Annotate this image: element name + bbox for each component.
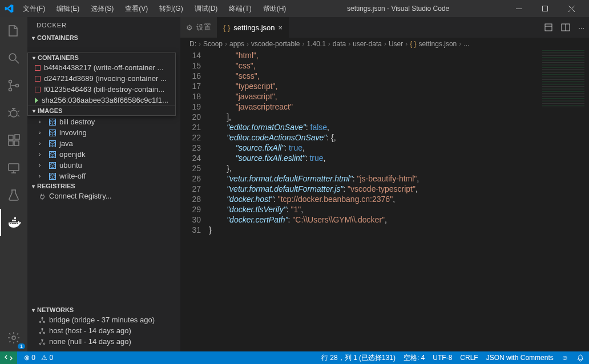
minimize-button[interactable] [506, 0, 532, 17]
chevron-down-icon: ▾ [32, 35, 35, 41]
errors-count[interactable]: ⊗ 0 [24, 354, 35, 362]
images-popout-header[interactable]: ▾IMAGES [28, 106, 175, 115]
chevron-right-icon: › [39, 130, 46, 136]
image-icon [49, 119, 56, 126]
tab-settings-json[interactable]: { } settings.json × [217, 17, 289, 38]
menu-item[interactable]: 文件(F) [18, 2, 50, 16]
svg-rect-22 [545, 24, 552, 31]
split-editor-icon[interactable] [561, 23, 570, 32]
menu-item[interactable]: 选择(S) [86, 2, 118, 16]
tab-close-icon[interactable]: × [279, 23, 283, 32]
notifications-icon[interactable] [576, 354, 584, 362]
network-item[interactable]: host (host - 14 days ago) [32, 325, 180, 336]
window-controls [506, 0, 584, 17]
image-icon [49, 140, 56, 147]
docker-icon[interactable] [0, 209, 27, 236]
chevron-right-icon: › [39, 173, 46, 179]
editor-actions: ··· [539, 17, 589, 38]
menu-item[interactable]: 查看(V) [120, 2, 152, 16]
indentation[interactable]: 空格: 4 [404, 353, 425, 363]
menu-item[interactable]: 终端(T) [224, 2, 256, 16]
containers-popout-header[interactable]: ▾CONTAINERS [28, 53, 175, 62]
minimap[interactable] [538, 50, 589, 130]
image-item[interactable]: ›invoving [32, 127, 180, 138]
container-item[interactable]: f01235e46463 (bill-destroy-contain... [28, 84, 175, 95]
svg-rect-9 [14, 141, 19, 145]
svg-point-3 [9, 80, 12, 83]
more-actions-icon[interactable]: ··· [578, 23, 584, 32]
connect-registry-button[interactable]: Connect Registry... [32, 191, 180, 201]
plug-icon [39, 193, 46, 200]
network-icon [39, 338, 46, 345]
titlebar: 文件(F)编辑(E)选择(S)查看(V)转到(G)调试(D)终端(T)帮助(H)… [0, 0, 589, 17]
menubar: 文件(F)编辑(E)选择(S)查看(V)转到(G)调试(D)终端(T)帮助(H) [18, 2, 291, 16]
open-changes-icon[interactable] [544, 23, 553, 32]
debug-icon[interactable] [0, 99, 27, 127]
remote-indicator[interactable] [0, 351, 17, 364]
play-icon [35, 98, 38, 103]
source-control-icon[interactable] [0, 72, 27, 99]
encoding[interactable]: UTF-8 [433, 354, 452, 362]
svg-point-18 [42, 328, 43, 330]
cursor-position[interactable]: 行 28，列 1 (已选择131) [321, 353, 396, 363]
network-item[interactable]: none (null - 14 days ago) [32, 336, 180, 347]
statusbar: ⊗ 0 ⚠ 0 行 28，列 1 (已选择131) 空格: 4 UTF-8 CR… [0, 351, 589, 364]
image-icon [49, 173, 56, 180]
networks-section-header[interactable]: ▾NETWORKS [27, 305, 180, 314]
menu-item[interactable]: 调试(D) [190, 2, 223, 16]
activitybar [0, 17, 27, 351]
eol[interactable]: CRLF [460, 354, 478, 362]
remote-icon[interactable] [0, 154, 27, 181]
image-item[interactable]: ›ubuntu [32, 160, 180, 171]
vscode-logo-icon [5, 4, 14, 13]
svg-rect-7 [9, 135, 13, 140]
svg-point-12 [12, 336, 15, 339]
menu-item[interactable]: 帮助(H) [259, 2, 291, 16]
image-icon [49, 151, 56, 158]
container-item[interactable]: sha256:036aabee33a6f66586c9c1f1... [28, 95, 175, 106]
container-item[interactable]: d247214d3689 (invocing-container ... [28, 73, 175, 84]
containers-section-header[interactable]: ▾CONTAINERS [27, 33, 180, 42]
image-item[interactable]: ›openjdk [32, 149, 180, 160]
stopped-icon [35, 65, 41, 71]
breadcrumbs[interactable]: D:›Scoop›apps›vscode-portable›1.40.1›dat… [180, 38, 589, 50]
stopped-icon [35, 76, 41, 82]
feedback-icon[interactable]: ☺ [562, 354, 568, 362]
json-file-icon: { } [223, 23, 230, 32]
extensions-icon[interactable] [0, 127, 27, 154]
maximize-button[interactable] [532, 0, 558, 17]
image-item[interactable]: ›write-off [32, 171, 180, 181]
registries-section-header[interactable]: ▾REGISTRIES [27, 181, 180, 191]
svg-point-21 [42, 339, 43, 341]
network-item[interactable]: bridge (bridge - 37 minutes ago) [32, 314, 180, 325]
image-icon [49, 162, 56, 169]
network-icon [39, 317, 46, 323]
search-icon[interactable] [0, 45, 27, 72]
warnings-count[interactable]: ⚠ 0 [41, 354, 53, 362]
sidebar: DOCKER ▾CONTAINERS ▾CONTAINERS b4f4b4438… [27, 17, 180, 351]
window-title: settings.json - Visual Studio Code [291, 5, 506, 13]
svg-rect-1 [542, 6, 547, 11]
code-editor[interactable]: 141516171819202122232425262728293031 "ht… [180, 50, 589, 351]
tab-settings[interactable]: ⚙ 设置 [180, 17, 217, 38]
svg-point-2 [9, 54, 16, 60]
svg-point-6 [10, 110, 17, 117]
settings-tab-icon: ⚙ [186, 23, 193, 32]
menu-item[interactable]: 转到(G) [155, 2, 187, 16]
line-gutter: 141516171819202122232425262728293031 [180, 50, 209, 351]
svg-rect-8 [9, 141, 13, 145]
image-item[interactable]: ›bill destroy [32, 116, 180, 127]
testing-icon[interactable] [0, 181, 27, 209]
container-item[interactable]: b4f4b4438217 (write-off-container ... [28, 62, 175, 73]
language-mode[interactable]: JSON with Comments [486, 354, 554, 362]
image-item[interactable]: ›java [32, 138, 180, 149]
stopped-icon [35, 87, 41, 92]
image-icon [49, 130, 56, 136]
chevron-right-icon: › [39, 162, 46, 168]
settings-gear-icon[interactable] [0, 324, 27, 351]
explorer-icon[interactable] [0, 17, 27, 45]
close-button[interactable] [558, 0, 584, 17]
chevron-right-icon: › [39, 140, 46, 147]
containers-popout: ▾CONTAINERS b4f4b4438217 (write-off-cont… [27, 52, 176, 116]
menu-item[interactable]: 编辑(E) [52, 2, 84, 16]
